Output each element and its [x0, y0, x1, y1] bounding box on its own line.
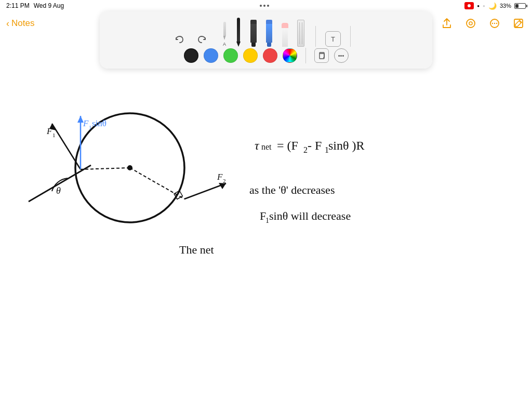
dot1: ● [477, 4, 480, 8]
back-label: Notes [11, 18, 34, 29]
svg-point-0 [467, 19, 475, 28]
highlighter-tool[interactable] [264, 18, 274, 47]
svg-text:sinθ: sinθ [92, 118, 107, 128]
svg-point-3 [492, 23, 493, 24]
svg-text:τ: τ [255, 139, 260, 152]
color-black[interactable] [184, 48, 198, 63]
dot2: ● [483, 4, 485, 8]
status-bar: 2:11 PM Wed 9 Aug ● ● 🌙 33% [0, 0, 532, 11]
svg-text:F: F [217, 172, 223, 182]
compose-button[interactable] [511, 16, 526, 31]
toolbar-colors-row: ••• [108, 47, 424, 64]
color-yellow[interactable] [243, 48, 258, 63]
ruler-tool[interactable] [296, 18, 306, 47]
svg-text:sinθ )R: sinθ )R [328, 139, 365, 152]
svg-text:θ: θ [56, 185, 61, 196]
svg-line-23 [184, 183, 226, 199]
color-red[interactable] [263, 48, 277, 63]
more-options-button[interactable]: ••• [334, 48, 349, 63]
svg-text:1: 1 [89, 124, 92, 130]
color-green[interactable] [223, 48, 238, 63]
moon-icon: 🌙 [488, 2, 497, 10]
svg-line-10 [29, 165, 91, 202]
undo-redo-group [172, 32, 209, 47]
battery-percent: 33% [500, 3, 511, 9]
toolbar-color-divider [305, 48, 306, 63]
pencil-label: A [223, 42, 226, 47]
toolbar-divider2 [350, 26, 351, 47]
svg-text:= (F: = (F [277, 139, 298, 152]
pen-tool[interactable] [234, 16, 243, 47]
svg-line-12 [52, 124, 81, 169]
time: 2:11 PM [6, 2, 30, 9]
bubble-button[interactable] [487, 16, 502, 31]
back-chevron-icon: ‹ [6, 18, 9, 29]
svg-text:2: 2 [223, 178, 226, 184]
svg-text:sinθ will decrease: sinθ will decrease [269, 209, 351, 222]
svg-point-4 [494, 23, 495, 24]
svg-point-1 [469, 22, 472, 25]
svg-line-21 [130, 168, 184, 199]
status-center [260, 5, 269, 7]
canvas-area[interactable]: θ F 1 F 1 sinθ F 2 τ net = (F 2 - F [0, 35, 532, 399]
text-format-group: T [325, 31, 341, 47]
svg-text:as the 'θ' decreases: as the 'θ' decreases [249, 183, 335, 196]
redo-button[interactable] [195, 32, 209, 47]
toolbar-divider [315, 26, 316, 47]
color-multicolor[interactable] [283, 48, 297, 63]
back-button[interactable]: ‹ Notes [6, 18, 34, 29]
svg-text:net: net [261, 142, 272, 151]
undo-button[interactable] [172, 32, 187, 47]
svg-line-27 [81, 168, 130, 169]
color-blue[interactable] [204, 48, 218, 63]
nav-right-buttons [440, 16, 526, 31]
svg-text:F: F [83, 118, 89, 128]
svg-text:- F: - F [308, 139, 322, 152]
svg-text:1: 1 [265, 217, 269, 224]
text-format-button[interactable]: T [325, 31, 341, 47]
copy-button[interactable] [314, 48, 329, 63]
svg-text:The net: The net [179, 243, 214, 256]
toolbar-tools-row: A [108, 16, 424, 47]
marker-tool[interactable] [249, 18, 258, 47]
drawing-canvas: θ F 1 F 1 sinθ F 2 τ net = (F 2 - F [0, 35, 532, 399]
svg-point-5 [496, 23, 497, 24]
battery-icon [514, 3, 526, 9]
svg-text:1: 1 [52, 132, 56, 138]
date: Wed 9 Aug [34, 2, 64, 9]
pencil-tip-button[interactable] [463, 16, 478, 31]
drawing-toolbar: A [100, 11, 432, 69]
svg-text:F: F [46, 126, 52, 136]
share-button[interactable] [440, 16, 454, 31]
svg-text:2: 2 [303, 145, 308, 154]
record-icon [464, 2, 474, 9]
eraser-tool[interactable] [280, 19, 289, 47]
status-right: ● ● 🌙 33% [464, 2, 526, 10]
status-left: 2:11 PM Wed 9 Aug [6, 2, 64, 9]
pencil-tool[interactable]: A [221, 22, 228, 47]
